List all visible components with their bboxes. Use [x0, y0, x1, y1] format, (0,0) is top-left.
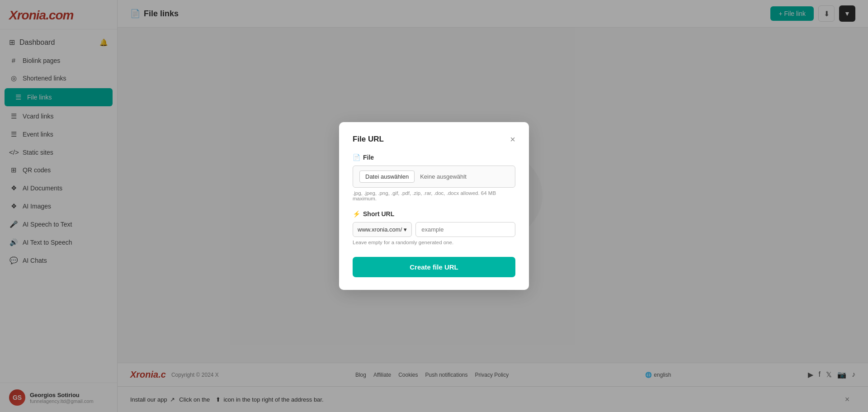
modal-overlay[interactable]: File URL × 📄 File Datei auswählen Keine …: [0, 0, 868, 412]
file-label: 📄 File: [353, 154, 515, 161]
short-url-label-text: Short URL: [363, 210, 394, 218]
url-prefix-select[interactable]: www.xronia.com/ ▾: [353, 222, 412, 237]
create-file-url-button[interactable]: Create file URL: [353, 257, 515, 277]
url-prefix-text: www.xronia.com/: [358, 226, 402, 233]
short-url-row: www.xronia.com/ ▾: [353, 222, 515, 237]
file-label-text: File: [363, 154, 374, 161]
file-choose-button[interactable]: Datei auswählen: [359, 170, 415, 183]
dropdown-chevron-icon: ▾: [404, 226, 407, 233]
file-input-area[interactable]: Datei auswählen Keine ausgewählt: [353, 166, 515, 188]
modal-short-url-section: ⚡ Short URL www.xronia.com/ ▾ Leave empt…: [353, 210, 515, 245]
short-url-label: ⚡ Short URL: [353, 210, 515, 218]
modal-header: File URL ×: [353, 135, 515, 144]
url-example-input[interactable]: [415, 222, 515, 237]
file-hint: .jpg, .jpeg, .png, .gif, .pdf, .zip, .ra…: [353, 190, 515, 201]
lightning-icon: ⚡: [353, 210, 360, 218]
file-no-selected-text: Keine ausgewählt: [420, 173, 467, 180]
modal-close-button[interactable]: ×: [510, 135, 515, 144]
file-label-icon: 📄: [353, 154, 360, 161]
modal-title: File URL: [353, 135, 384, 144]
url-hint: Leave empty for a randomly generated one…: [353, 240, 515, 245]
modal-file-section: 📄 File Datei auswählen Keine ausgewählt …: [353, 154, 515, 201]
modal: File URL × 📄 File Datei auswählen Keine …: [339, 122, 529, 290]
